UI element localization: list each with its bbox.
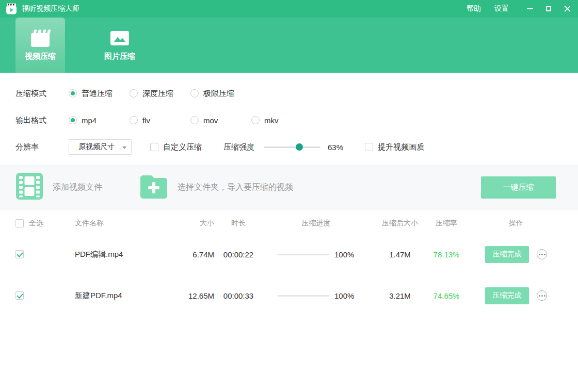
compression-ratio: 74.65% [423, 291, 470, 300]
col-header-name: 文件名称 [75, 219, 178, 228]
compressed-size: 3.21M [377, 291, 423, 300]
app-logo-icon [5, 3, 18, 15]
settings-button[interactable]: 设置 [494, 4, 509, 13]
compress-done-button[interactable]: 压缩完成 [485, 287, 529, 304]
tab-image-compress[interactable]: 图片压缩 [95, 18, 145, 73]
radio-extreme-compress[interactable]: 极限压缩 [190, 89, 251, 99]
custom-compress-checkbox[interactable]: 自定义压缩 [150, 142, 202, 152]
progress-cell: 100% [255, 291, 377, 300]
radio-label: mp4 [82, 116, 97, 125]
radio-icon [69, 89, 77, 97]
settings-panel: 压缩模式 普通压缩 深度压缩 极限压缩 输出格式 mp4 flv mov [0, 73, 578, 165]
radio-label: 深度压缩 [142, 89, 173, 99]
action-cell: 压缩完成 [470, 246, 563, 263]
col-header-progress: 压缩进度 [255, 219, 377, 228]
file-table: 全选 文件名称 大小 时长 压缩进度 压缩后大小 压缩率 操作 PDF编辑.mp… [0, 213, 578, 316]
radio-icon [190, 89, 199, 97]
file-size: 12.65M [178, 291, 214, 300]
tab-video-compress[interactable]: 视频压缩 [15, 18, 65, 73]
row-checkbox[interactable] [15, 291, 24, 300]
filmstrip-icon [15, 172, 43, 202]
radio-label: 极限压缩 [203, 89, 234, 99]
compression-ratio: 78.13% [423, 250, 470, 259]
radio-icon [190, 116, 199, 124]
checkbox-icon [150, 143, 158, 151]
resolution-label: 分辨率 [15, 142, 69, 152]
compression-mode-label: 压缩模式 [15, 89, 69, 99]
select-folder-button[interactable]: 选择文件夹，导入要压缩的视频 [139, 174, 293, 201]
strength-slider[interactable] [264, 146, 320, 148]
resolution-dropdown-value: 原视频尺寸 [78, 142, 115, 152]
resolution-dropdown[interactable]: 原视频尺寸 [69, 139, 132, 155]
clapperboard-icon [29, 29, 51, 47]
col-header-ratio: 压缩率 [423, 219, 470, 228]
title-bar: 福昕视频压缩大师 帮助 设置 [0, 0, 578, 18]
folder-plus-icon [139, 174, 168, 201]
add-video-label: 添加视频文件 [53, 182, 102, 193]
radio-icon [69, 116, 77, 124]
add-files-bar: 添加视频文件 选择文件夹，导入要压缩的视频 一键压缩 [0, 165, 578, 210]
output-format-label: 输出格式 [15, 116, 69, 125]
strength-label: 压缩强度 [223, 142, 254, 152]
table-row: 新建PDF.mp4 12.65M 00:00:33 100% 3.21M 74.… [15, 275, 563, 316]
add-video-button[interactable]: 添加视频文件 [15, 172, 102, 202]
close-icon [564, 6, 571, 12]
progress-cell: 100% [255, 250, 377, 259]
radio-label: mkv [264, 116, 279, 125]
minimize-icon [527, 8, 533, 9]
radio-icon [130, 116, 138, 124]
progress-bar [278, 295, 329, 297]
slider-handle[interactable] [296, 143, 303, 151]
minimize-button[interactable] [522, 0, 538, 18]
table-row: PDF编辑.mp4 6.74M 00:00:22 100% 1.47M 78.1… [15, 234, 563, 275]
radio-format-mp4[interactable]: mp4 [69, 116, 130, 125]
checkbox-label: 自定义压缩 [163, 142, 202, 152]
tab-label: 图片压缩 [104, 52, 135, 61]
improve-quality-checkbox[interactable]: 提升视频画质 [365, 142, 424, 152]
col-header-size: 大小 [178, 219, 214, 228]
output-format-row: 输出格式 mp4 flv mov mkv [15, 107, 578, 134]
radio-format-mkv[interactable]: mkv [251, 116, 312, 125]
close-button[interactable] [559, 0, 575, 18]
strength-value: 63% [328, 143, 346, 152]
radio-label: mov [203, 116, 218, 125]
more-options-icon[interactable] [537, 249, 547, 259]
checkbox-label: 提升视频画质 [378, 142, 424, 152]
help-button[interactable]: 帮助 [467, 4, 481, 13]
file-size: 6.74M [178, 250, 214, 259]
select-all-label: 全选 [29, 219, 43, 228]
one-click-compress-button[interactable]: 一键压缩 [481, 176, 556, 199]
compress-done-button[interactable]: 压缩完成 [485, 246, 529, 263]
file-name: PDF编辑.mp4 [75, 250, 178, 259]
file-name: 新建PDF.mp4 [75, 291, 178, 301]
col-header-duration: 时长 [214, 219, 255, 228]
tab-header: 视频压缩 图片压缩 [0, 18, 578, 73]
table-header: 全选 文件名称 大小 时长 压缩进度 压缩后大小 压缩率 操作 [15, 213, 563, 234]
progress-text: 100% [334, 250, 354, 259]
radio-normal-compress[interactable]: 普通压缩 [69, 89, 130, 99]
col-header-compressed-size: 压缩后大小 [377, 219, 423, 228]
progress-text: 100% [334, 291, 354, 300]
compressed-size: 1.47M [377, 250, 423, 259]
maximize-button[interactable] [541, 0, 556, 18]
radio-format-flv[interactable]: flv [130, 116, 190, 125]
resolution-row: 分辨率 原视频尺寸 自定义压缩 压缩强度 63% 提升视频画质 [15, 134, 578, 160]
maximize-icon [546, 6, 551, 11]
radio-icon [130, 89, 138, 97]
radio-icon [251, 116, 260, 124]
more-options-icon[interactable] [537, 290, 547, 301]
action-cell: 压缩完成 [470, 287, 563, 304]
radio-deep-compress[interactable]: 深度压缩 [130, 89, 190, 99]
radio-label: 普通压缩 [82, 89, 113, 99]
select-all[interactable]: 全选 [15, 219, 75, 228]
select-all-checkbox[interactable] [15, 219, 24, 227]
file-duration: 00:00:22 [214, 250, 255, 259]
row-checkbox[interactable] [15, 250, 24, 258]
compression-mode-row: 压缩模式 普通压缩 深度压缩 极限压缩 [15, 80, 578, 107]
checkbox-icon [365, 143, 373, 151]
file-duration: 00:00:33 [214, 291, 255, 300]
app-title: 福昕视频压缩大师 [22, 4, 79, 13]
radio-format-mov[interactable]: mov [190, 116, 251, 125]
tab-label: 视频压缩 [25, 52, 56, 61]
radio-label: flv [142, 116, 150, 125]
